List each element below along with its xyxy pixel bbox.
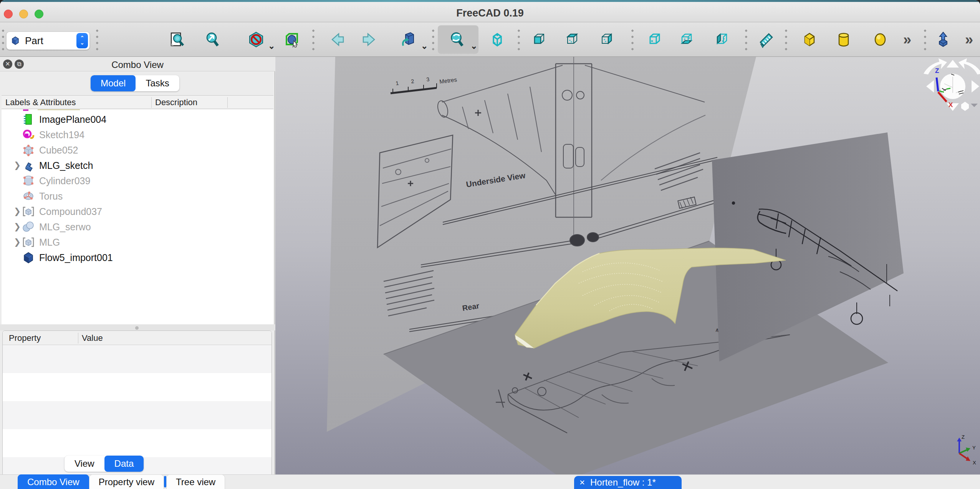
right-view-button[interactable] xyxy=(598,31,615,48)
left-view-button[interactable] xyxy=(713,31,730,48)
column-description: Description xyxy=(155,97,197,107)
tree-item-label: MLG_serwo xyxy=(39,221,91,233)
tree-item-label: MLG xyxy=(39,237,60,248)
part-cylinder-button[interactable] xyxy=(835,31,852,48)
dock-tab-tree-view[interactable]: Tree view xyxy=(166,474,225,489)
chevron-down-icon[interactable]: ⌄ xyxy=(268,42,275,50)
extrude-icon xyxy=(935,31,952,48)
zoom-selection-button[interactable] xyxy=(169,31,186,48)
tree-item-Compound037[interactable]: ❯Compound037 xyxy=(2,204,273,219)
property-table-header: Property Value xyxy=(3,331,271,345)
expand-chevron-icon[interactable]: ❯ xyxy=(12,160,22,170)
dock-tab-property-view[interactable]: Property view xyxy=(89,474,164,489)
axonometric-cube-icon xyxy=(489,31,506,48)
tab-data[interactable]: Data xyxy=(104,456,144,472)
x-axis-label: X xyxy=(973,460,976,466)
bottom-view-button[interactable] xyxy=(678,31,695,48)
tab-tasks[interactable]: Tasks xyxy=(136,75,179,91)
tab-view[interactable]: View xyxy=(65,456,104,472)
tree-item-Torus[interactable]: Torus xyxy=(2,188,273,204)
tree-item-MLG_sketch[interactable]: ❯MLG_sketch xyxy=(2,158,273,173)
tree-item-Flow5_import001[interactable]: Flow5_import001 xyxy=(2,250,273,265)
column-divider[interactable] xyxy=(151,97,152,108)
toolbar-handle[interactable] xyxy=(2,28,5,51)
front-view-icon xyxy=(531,31,548,48)
sphere-primitive-icon xyxy=(872,31,889,48)
column-labels-attributes: Labels & Attributes xyxy=(5,97,76,107)
box-primitive-icon xyxy=(801,31,818,48)
dock-tab-bar: Combo View Property view Tree view xyxy=(0,474,275,489)
tree-item-MLG[interactable]: ❯MLG xyxy=(2,235,273,250)
toolbar-separator[interactable] xyxy=(96,28,99,51)
column-divider[interactable] xyxy=(78,333,78,344)
toolbar-separator[interactable] xyxy=(517,28,520,51)
expand-chevron-icon[interactable]: ❯ xyxy=(12,207,22,216)
rear-view-button[interactable] xyxy=(646,31,663,48)
zoom-document-icon xyxy=(169,31,186,48)
top-view-icon xyxy=(564,31,581,48)
column-divider[interactable] xyxy=(227,97,228,108)
measure-button[interactable] xyxy=(758,31,775,48)
top-view-button[interactable] xyxy=(564,31,581,48)
document-tab[interactable]: × Horten_flow : 1* xyxy=(574,476,682,489)
expand-chevron-icon[interactable]: ❯ xyxy=(12,222,22,232)
clipping-off-icon xyxy=(248,31,265,48)
zoom-in-button[interactable] xyxy=(204,31,221,48)
tree-item-label: Cube052 xyxy=(39,145,78,156)
chevron-down-icon[interactable]: ⌄ xyxy=(421,42,428,50)
tree-item-MLG_serwo[interactable]: ❯MLG_serwo xyxy=(2,219,273,235)
axonometric-view-button[interactable] xyxy=(489,31,506,48)
model-tree[interactable]: ImagePlane004Sketch194Cube052❯MLG_sketch… xyxy=(2,109,273,324)
arrow-left-icon xyxy=(329,31,346,48)
sketch-icon xyxy=(22,129,35,141)
bottom-view-icon xyxy=(678,31,695,48)
tree-item-label: ImagePlane004 xyxy=(39,114,106,125)
panel-title: Combo View xyxy=(0,59,275,70)
part-sphere-button[interactable] xyxy=(872,31,889,48)
image-plane-icon xyxy=(22,113,35,126)
toolbar-overflow-chevron[interactable]: » xyxy=(903,32,911,47)
linked-view-button[interactable] xyxy=(400,31,417,48)
workbench-selector[interactable]: Part ⌃⌄ xyxy=(6,31,90,50)
toolbar-separator[interactable] xyxy=(785,28,788,51)
part-box-button[interactable] xyxy=(801,31,818,48)
chevron-down-icon[interactable]: ⌄ xyxy=(470,42,477,50)
front-view-button[interactable] xyxy=(531,31,548,48)
toolbar-separator[interactable] xyxy=(312,28,315,51)
part-extrude-button[interactable] xyxy=(935,31,952,48)
torus-points-icon xyxy=(22,190,35,202)
tree-column-header[interactable]: Labels & Attributes Description xyxy=(2,95,273,109)
tree-item-label: Sketch194 xyxy=(39,129,84,140)
toolbar-separator[interactable] xyxy=(924,28,927,51)
toolbar-separator[interactable] xyxy=(631,28,634,51)
tree-item-ImagePlane004[interactable]: ImagePlane004 xyxy=(2,112,273,127)
dock-tab-combo-view[interactable]: Combo View xyxy=(18,474,89,489)
nav-z-axis-label: Z xyxy=(935,67,939,74)
tree-item-Cylinder039[interactable]: Cylinder039 xyxy=(2,173,273,188)
fit-all-button[interactable] xyxy=(449,31,465,48)
panel-splitter[interactable] xyxy=(0,324,275,330)
bounding-box-button[interactable] xyxy=(283,31,300,48)
column-value: Value xyxy=(82,333,103,343)
clipping-plane-button[interactable] xyxy=(248,31,265,48)
toolbar-separator[interactable] xyxy=(432,28,435,51)
toolbar-overflow-chevron[interactable]: » xyxy=(965,32,973,47)
nav-x-axis-label: X xyxy=(949,101,953,109)
cylinder-points-icon xyxy=(22,175,35,187)
navigate-back-button[interactable] xyxy=(329,31,346,48)
cube-points-icon xyxy=(22,144,35,156)
sketch-icon xyxy=(22,109,99,111)
navigate-forward-button[interactable] xyxy=(360,31,377,48)
expand-chevron-icon[interactable]: ❯ xyxy=(12,237,22,247)
tab-model[interactable]: Model xyxy=(91,75,136,91)
3d-viewport[interactable]: 1 2 3 Metres Underside View Rear xyxy=(275,57,980,474)
freecad-window: FreeCAD 0.19 Part ⌃⌄ ⌄ ⌄ ⌄ xyxy=(0,0,980,489)
tree-item-Sketch194[interactable]: Sketch194 xyxy=(2,127,273,142)
tree-item-Cube052[interactable]: Cube052 xyxy=(2,142,273,158)
document-close-icon[interactable]: × xyxy=(579,477,585,488)
combo-view-header: ✕ ⧉ Combo View xyxy=(0,57,275,71)
workbench-stepper[interactable]: ⌃⌄ xyxy=(76,33,88,48)
toolbar-separator[interactable] xyxy=(745,28,748,51)
linked-view-icon xyxy=(400,31,417,48)
ruler-icon xyxy=(758,31,775,48)
